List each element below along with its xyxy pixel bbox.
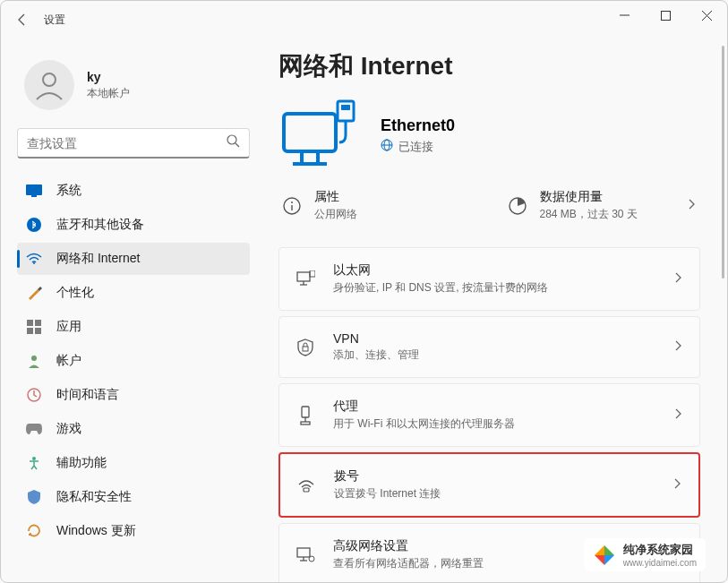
svg-rect-39 (301, 422, 310, 424)
info-icon (282, 196, 302, 216)
svg-rect-8 (31, 195, 37, 197)
search-box[interactable] (17, 128, 250, 159)
connection-name: Ethernet0 (381, 116, 455, 135)
chevron-right-icon (674, 271, 683, 287)
sidebar-item-accessibility[interactable]: 辅助功能 (17, 447, 250, 479)
watermark-logo-icon (593, 544, 616, 567)
sidebar-item-update[interactable]: Windows 更新 (17, 515, 250, 547)
svg-rect-23 (341, 105, 350, 110)
scroll-thumb[interactable] (722, 46, 724, 279)
clock-globe-icon (26, 387, 42, 403)
accessibility-icon (26, 455, 42, 471)
sidebar-item-label: 个性化 (56, 285, 94, 301)
user-area[interactable]: ky 本地帐户 (17, 46, 250, 128)
dialup-icon (296, 476, 316, 495)
svg-point-4 (43, 73, 56, 86)
svg-rect-1 (661, 11, 670, 20)
setting-sub: 用于 Wi-Fi 和以太网连接的代理服务器 (333, 416, 515, 432)
window-controls (604, 1, 727, 30)
setting-sub: 身份验证, IP 和 DNS 设置, 按流量计费的网络 (333, 280, 548, 296)
sidebar-item-label: 网络和 Internet (56, 251, 140, 267)
titlebar: 设置 (1, 1, 727, 39)
svg-rect-7 (26, 184, 42, 195)
quick-title: 属性 (314, 189, 357, 205)
shield-icon (26, 489, 42, 505)
back-button[interactable] (8, 5, 37, 34)
svg-rect-35 (310, 270, 315, 277)
svg-rect-40 (304, 488, 309, 492)
sidebar-item-label: 系统 (56, 183, 81, 199)
sidebar-item-network[interactable]: 网络和 Internet (17, 243, 250, 275)
svg-rect-37 (302, 407, 309, 417)
app-title: 设置 (44, 13, 65, 28)
main-content: 网络和 Internet Ethernet0 已连接 (261, 39, 727, 582)
minimize-button[interactable] (604, 1, 645, 30)
apps-icon (26, 319, 42, 335)
chevron-right-icon (688, 198, 697, 214)
system-icon (26, 183, 42, 199)
sidebar-item-system[interactable]: 系统 (17, 175, 250, 207)
connection-status-card: Ethernet0 已连接 (278, 99, 700, 171)
properties-link[interactable]: 属性 公用网络 (282, 189, 472, 222)
data-usage-icon (508, 196, 527, 216)
svg-point-44 (309, 556, 314, 562)
sidebar-item-personalization[interactable]: 个性化 (17, 277, 250, 309)
quick-sub: 公用网络 (314, 207, 357, 222)
search-input[interactable] (27, 136, 227, 150)
setting-dialup[interactable]: 拨号 设置拨号 Internet 连接 (278, 452, 700, 518)
lock-shield-icon (295, 338, 315, 357)
sidebar-item-label: 辅助功能 (56, 455, 107, 471)
sidebar-item-label: 时间和语言 (56, 387, 119, 403)
chevron-right-icon (674, 339, 683, 356)
person-icon (26, 353, 42, 369)
connection-status: 已连接 (398, 139, 433, 155)
setting-title: 高级网络设置 (333, 538, 484, 554)
scrollbar[interactable] (720, 46, 725, 404)
sidebar-item-privacy[interactable]: 隐私和安全性 (17, 481, 250, 513)
sidebar-item-bluetooth[interactable]: 蓝牙和其他设备 (17, 209, 250, 241)
svg-rect-22 (338, 101, 354, 121)
svg-rect-41 (297, 548, 310, 557)
setting-proxy[interactable]: 代理 用于 Wi-Fi 和以太网连接的代理服务器 (278, 383, 700, 447)
sidebar: ky 本地帐户 系统 蓝牙和其他设备 网络和 Internet 个性化 (1, 39, 261, 582)
svg-rect-11 (27, 320, 33, 326)
setting-title: 代理 (333, 399, 515, 415)
watermark-url: www.yidaimei.com (623, 558, 697, 568)
search-icon (227, 134, 240, 151)
ethernet-icon (295, 270, 315, 289)
sidebar-item-label: 应用 (56, 319, 81, 335)
bluetooth-icon (26, 217, 42, 233)
chevron-right-icon (673, 477, 682, 493)
svg-rect-12 (35, 320, 41, 326)
sidebar-item-apps[interactable]: 应用 (17, 311, 250, 343)
avatar (24, 60, 74, 110)
advanced-network-icon (295, 545, 315, 565)
data-usage-link[interactable]: 数据使用量 284 MB，过去 30 天 (508, 189, 698, 222)
svg-point-29 (291, 201, 293, 203)
setting-title: 拨号 (334, 468, 441, 484)
sidebar-item-label: Windows 更新 (56, 523, 136, 539)
gamepad-icon (26, 421, 42, 437)
chevron-right-icon (674, 407, 683, 424)
sidebar-item-label: 蓝牙和其他设备 (56, 217, 144, 233)
sidebar-item-gaming[interactable]: 游戏 (17, 413, 250, 445)
page-title: 网络和 Internet (278, 49, 700, 83)
setting-ethernet[interactable]: 以太网 身份验证, IP 和 DNS 设置, 按流量计费的网络 (278, 247, 700, 311)
wifi-icon (26, 251, 42, 267)
svg-point-17 (32, 457, 36, 460)
setting-sub: 查看所有网络适配器，网络重置 (333, 556, 484, 571)
sidebar-item-time[interactable]: 时间和语言 (17, 379, 250, 411)
quick-title: 数据使用量 (540, 189, 638, 205)
sidebar-item-label: 隐私和安全性 (56, 489, 132, 505)
sidebar-item-label: 帐户 (56, 353, 81, 369)
brush-icon (26, 285, 42, 301)
setting-sub: 添加、连接、管理 (333, 347, 419, 363)
setting-vpn[interactable]: VPN 添加、连接、管理 (278, 316, 700, 378)
proxy-icon (295, 406, 315, 425)
globe-icon (381, 139, 393, 154)
close-button[interactable] (686, 1, 727, 30)
watermark: 纯净系统家园 www.yidaimei.com (584, 538, 706, 571)
maximize-button[interactable] (645, 1, 686, 30)
setting-title: VPN (333, 331, 419, 346)
sidebar-item-accounts[interactable]: 帐户 (17, 345, 250, 377)
